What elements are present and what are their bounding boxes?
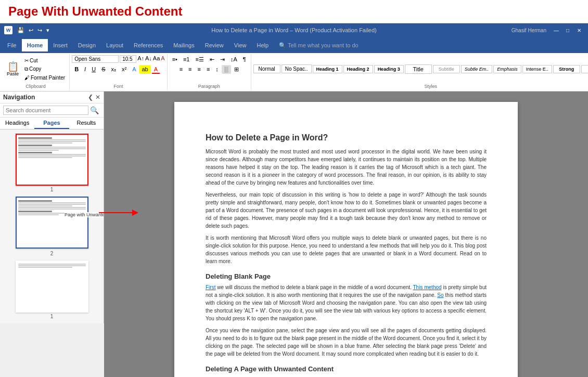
line-spacing-btn[interactable]: ↕	[213, 65, 221, 74]
nav-tabs: Headings Pages Results	[0, 118, 104, 129]
thumb-line	[18, 209, 86, 210]
decrease-indent-btn[interactable]: ⇤	[207, 55, 217, 64]
shading-btn[interactable]: ░	[222, 65, 231, 74]
format-row: B I U S x₂ x² A ab A	[72, 65, 160, 74]
cut-button[interactable]: ✂ Cut	[22, 57, 67, 64]
first-link[interactable]: First	[206, 284, 215, 290]
nav-close-btn[interactable]: ✕	[95, 94, 100, 101]
tab-help[interactable]: Help	[251, 39, 274, 51]
thumb-line	[18, 265, 86, 266]
sort-btn[interactable]: ↕A	[228, 55, 240, 64]
tab-design[interactable]: Design	[73, 39, 101, 51]
increase-font-btn[interactable]: A↑	[137, 55, 144, 63]
style-emphasis[interactable]: Emphasis	[493, 65, 521, 73]
font-size-input[interactable]	[120, 55, 136, 63]
title-right: Ghasif Herman — □ ✕	[512, 25, 584, 35]
justify-btn[interactable]: ≡	[204, 65, 212, 74]
style-subtitle[interactable]: Subtitle	[433, 65, 460, 73]
this-method-link[interactable]: This method	[413, 284, 441, 290]
minimize-button[interactable]: —	[552, 25, 561, 35]
text-effects-button[interactable]: A	[130, 65, 138, 74]
paste-button[interactable]: 📋 Paste	[4, 60, 21, 78]
borders-btn[interactable]: ⊞	[232, 65, 241, 74]
clipboard-content: 📋 Paste ✂ Cut ⧉ Copy 🖌 Format Painter	[4, 55, 67, 83]
nav-collapse-btn[interactable]: ❮	[88, 94, 93, 101]
tab-layout[interactable]: Layout	[101, 39, 129, 51]
font-color-button[interactable]: A	[151, 65, 160, 74]
thumb-line	[18, 264, 86, 265]
numbering-button[interactable]: ≡1	[181, 55, 193, 64]
style-intense-e[interactable]: Intense E..	[522, 65, 552, 73]
increase-indent-btn[interactable]: ⇥	[218, 55, 227, 64]
thumb-line	[18, 141, 86, 142]
tab-insert[interactable]: Insert	[48, 39, 73, 51]
doc-area[interactable]: How to Delete a Page in Word? Microsoft …	[104, 92, 588, 377]
style-heading1[interactable]: Heading 1	[313, 65, 342, 73]
thumb-1-heading3	[18, 152, 52, 153]
customize-quick-btn[interactable]: ▾	[45, 27, 51, 34]
tab-home[interactable]: Home	[22, 39, 48, 51]
restore-button[interactable]: □	[563, 25, 572, 35]
align-left-btn[interactable]: ≡	[177, 65, 185, 74]
align-center-btn[interactable]: ≡	[186, 65, 194, 74]
copy-icon: ⧉	[24, 66, 28, 72]
doc-para-5: Once you view the navigation pane, selec…	[206, 327, 487, 358]
style-no-space[interactable]: No Spac..	[282, 64, 312, 73]
doc-para-1: Microsoft Word is probably the most trus…	[206, 148, 487, 187]
text-highlight-button[interactable]: ab	[139, 65, 150, 74]
title-bar: W 💾 ↩ ↪ ▾ How to Delete a Page in Word –…	[0, 23, 588, 37]
style-subtle-em[interactable]: Subtle Em..	[461, 65, 493, 73]
save-quick-btn[interactable]: 💾	[16, 27, 26, 34]
tab-references[interactable]: References	[129, 39, 168, 51]
style-normal[interactable]: Normal	[253, 64, 280, 73]
show-marks-btn[interactable]: ¶	[240, 55, 249, 64]
search-button[interactable]: 🔍	[88, 106, 100, 114]
close-button[interactable]: ✕	[574, 25, 584, 35]
style-strong[interactable]: Strong	[553, 65, 580, 73]
tab-file[interactable]: File	[2, 39, 22, 51]
doc-heading: How to Delete a Page in Word?	[206, 133, 487, 142]
search-input[interactable]	[3, 106, 88, 115]
format-painter-button[interactable]: 🖌 Format Painter	[22, 74, 67, 82]
copy-button[interactable]: ⧉ Copy	[22, 65, 67, 73]
undo-quick-btn[interactable]: ↩	[27, 27, 35, 34]
change-case-btn[interactable]: Aa	[153, 55, 160, 63]
tab-view[interactable]: View	[229, 39, 252, 51]
tab-review[interactable]: Review	[200, 39, 229, 51]
superscript-button[interactable]: x²	[119, 65, 129, 74]
doc-para-4: First we will discuss the method to dele…	[206, 283, 487, 322]
font-family-input[interactable]	[72, 55, 119, 63]
strikethrough-button[interactable]: S	[99, 65, 108, 74]
redo-quick-btn[interactable]: ↪	[36, 27, 44, 34]
annotation-label: Page with Unwanted Content.	[65, 212, 104, 217]
style-quote[interactable]: Quote	[581, 65, 588, 73]
align-right-btn[interactable]: ≡	[195, 65, 203, 74]
page-thumb-2[interactable]: Page with Unwanted Content. 2	[4, 197, 99, 256]
page-title-banner: Page With Unwanted Content	[0, 0, 588, 23]
nav-tab-pages[interactable]: Pages	[34, 118, 69, 129]
paragraph-group: ≡• ≡1 ≡☰ ⇤ ⇥ ↕A ¶ ≡ ≡ ≡ ≡ ↕ ░ ⊞ Paragrap…	[168, 54, 251, 90]
paragraph-label: Paragraph	[198, 83, 220, 89]
style-heading2[interactable]: Heading 2	[343, 65, 373, 73]
highlight-btn[interactable]: A	[161, 55, 164, 63]
nav-pane-wrapper: Navigation ❮ ✕ 🔍 Headings Pages Results	[0, 92, 104, 377]
underline-button[interactable]: U	[89, 65, 98, 74]
thumb-line	[18, 204, 86, 205]
multilevel-button[interactable]: ≡☰	[193, 55, 206, 64]
nav-pages: 1	[0, 129, 104, 323]
style-heading3[interactable]: Heading 3	[374, 65, 404, 73]
so-link[interactable]: So	[437, 292, 443, 298]
page-thumb-1[interactable]: 1	[4, 134, 99, 192]
italic-button[interactable]: I	[82, 65, 88, 74]
decrease-font-btn[interactable]: A↓	[145, 55, 152, 63]
thumb-line	[18, 202, 86, 203]
tab-search[interactable]: 🔍 Tell me what you want to do	[274, 39, 364, 52]
style-title[interactable]: Title	[405, 64, 432, 74]
subscript-button[interactable]: x₂	[108, 65, 119, 74]
nav-tab-headings[interactable]: Headings	[0, 118, 34, 129]
bullets-button[interactable]: ≡•	[170, 55, 180, 64]
nav-tab-results[interactable]: Results	[69, 118, 104, 129]
page-thumb-3[interactable]: 1	[4, 261, 99, 319]
bold-button[interactable]: B	[72, 65, 81, 74]
tab-mailings[interactable]: Mailings	[168, 39, 199, 51]
